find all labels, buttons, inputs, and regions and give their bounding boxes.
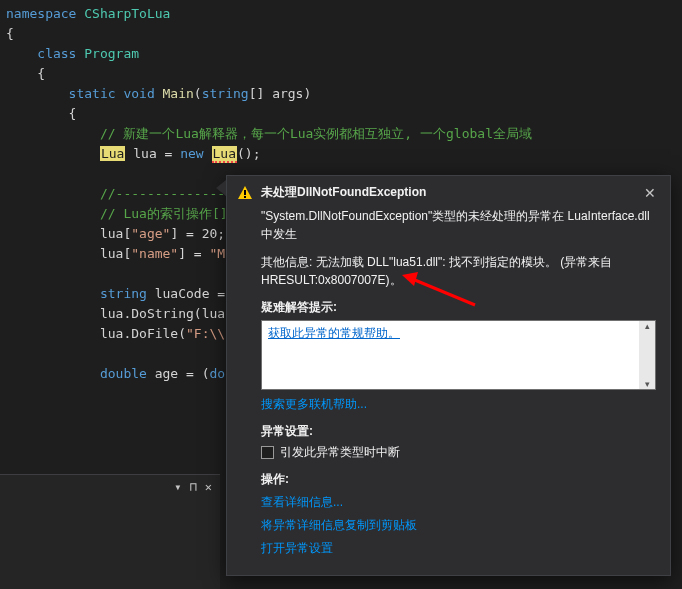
- code-token: Main: [155, 86, 194, 101]
- code-token: static: [6, 86, 116, 101]
- code-token: double: [6, 366, 147, 381]
- code-token: Program: [76, 46, 139, 61]
- tips-box[interactable]: 获取此异常的常规帮助。 ▴▾: [261, 320, 656, 390]
- code-token: lua[: [6, 246, 131, 261]
- code-token: [6, 146, 100, 161]
- pin-icon[interactable]: ⊓: [190, 480, 197, 494]
- code-line: {: [6, 64, 682, 84]
- code-token: new: [180, 146, 203, 161]
- code-token: lua =: [125, 146, 180, 161]
- code-token: void: [116, 86, 155, 101]
- code-token: ();: [237, 146, 260, 161]
- exception-message: "System.DllNotFoundException"类型的未经处理的异常在…: [261, 207, 656, 243]
- bottom-panel: ▾ ⊓ ✕: [0, 474, 220, 589]
- code-token: [] args): [249, 86, 312, 101]
- code-token: string: [6, 286, 147, 301]
- warning-icon: [237, 185, 253, 201]
- exception-popup: 未处理DllNotFoundException ✕ "System.DllNot…: [226, 175, 671, 576]
- tips-label: 疑难解答提示:: [261, 299, 656, 316]
- break-checkbox-row[interactable]: 引发此异常类型时中断: [261, 444, 656, 461]
- close-button[interactable]: ✕: [640, 185, 660, 201]
- code-token: age = (: [147, 366, 210, 381]
- svg-rect-1: [244, 190, 246, 195]
- close-icon[interactable]: ✕: [205, 480, 212, 494]
- scrollbar[interactable]: ▴▾: [639, 321, 655, 389]
- code-token: CSharpToLua: [76, 6, 170, 21]
- highlight-type: Lua: [100, 146, 125, 161]
- svg-rect-2: [244, 196, 246, 198]
- tips-link[interactable]: 获取此异常的常规帮助。: [268, 326, 400, 340]
- popup-pointer: [216, 180, 226, 196]
- code-token: namespace: [6, 6, 76, 21]
- dropdown-icon[interactable]: ▾: [174, 480, 181, 494]
- actions-label: 操作:: [261, 471, 656, 488]
- view-details-link[interactable]: 查看详细信息...: [261, 494, 656, 511]
- code-line: {: [6, 24, 682, 44]
- code-token: "name": [131, 246, 178, 261]
- code-comment: // 新建一个Lua解释器，每一个Lua实例都相互独立, 一个global全局域: [6, 124, 682, 144]
- code-token: class: [6, 46, 76, 61]
- code-token: lua[: [6, 226, 131, 241]
- scroll-up-icon[interactable]: ▴: [645, 321, 650, 331]
- checkbox[interactable]: [261, 446, 274, 459]
- code-token: [204, 146, 212, 161]
- error-token[interactable]: Lua: [212, 146, 237, 163]
- code-token: luaCode =: [147, 286, 233, 301]
- code-line: {: [6, 104, 682, 124]
- settings-label: 异常设置:: [261, 423, 656, 440]
- open-settings-link[interactable]: 打开异常设置: [261, 540, 656, 557]
- code-token: lua.DoFile(: [6, 326, 186, 341]
- copy-details-link[interactable]: 将异常详细信息复制到剪贴板: [261, 517, 656, 534]
- scroll-down-icon[interactable]: ▾: [645, 379, 650, 389]
- popup-title: 未处理DllNotFoundException: [261, 184, 632, 201]
- exception-detail: 其他信息: 无法加载 DLL"lua51.dll": 找不到指定的模块。 (异常…: [261, 253, 656, 289]
- checkbox-label: 引发此异常类型时中断: [280, 444, 400, 461]
- search-help-link[interactable]: 搜索更多联机帮助...: [261, 396, 656, 413]
- code-token: ] =: [178, 246, 209, 261]
- code-token: ] = 20;: [170, 226, 225, 241]
- code-token: "age": [131, 226, 170, 241]
- code-token: string: [202, 86, 249, 101]
- code-token: (: [194, 86, 202, 101]
